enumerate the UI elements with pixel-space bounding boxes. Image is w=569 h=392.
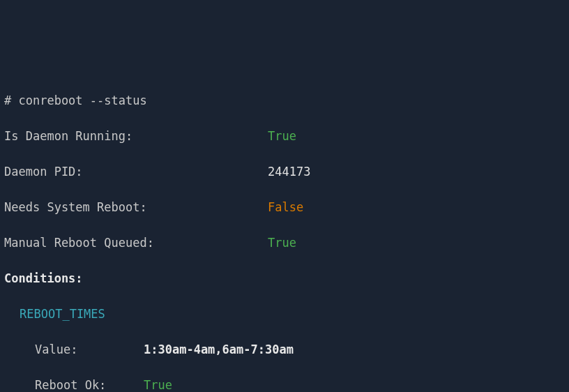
rebootok-value: True xyxy=(144,377,172,393)
terminal-output: # conreboot --status Is Daemon Running:T… xyxy=(4,74,565,392)
condition-rebootok-row: Reboot Ok:True xyxy=(4,377,565,393)
value-text: 1:30am-4am,6am-7:30am xyxy=(144,341,294,359)
status-row-needs-reboot: Needs System Reboot:False xyxy=(4,199,565,217)
status-label: Is Daemon Running: xyxy=(4,129,132,143)
status-value: True xyxy=(268,234,296,252)
rebootok-label: Reboot Ok: xyxy=(35,378,106,392)
status-label: Needs System Reboot: xyxy=(4,200,147,214)
status-label: Daemon PID: xyxy=(4,165,83,179)
condition-value-row: Value:1:30am-4am,6am-7:30am xyxy=(4,341,565,359)
command-line: # conreboot --status xyxy=(4,92,565,110)
status-value: True xyxy=(268,128,296,146)
value-label: Value: xyxy=(35,342,77,356)
condition-name: REBOOT_TIMES xyxy=(4,306,565,324)
status-value: False xyxy=(268,199,303,217)
status-value: 244173 xyxy=(268,163,310,181)
conditions-header: Conditions: xyxy=(4,270,565,288)
status-row-daemon-pid: Daemon PID:244173 xyxy=(4,163,565,181)
status-row-daemon-running: Is Daemon Running:True xyxy=(4,128,565,146)
status-row-manual-queued: Manual Reboot Queued:True xyxy=(4,234,565,252)
status-label: Manual Reboot Queued: xyxy=(4,236,154,250)
